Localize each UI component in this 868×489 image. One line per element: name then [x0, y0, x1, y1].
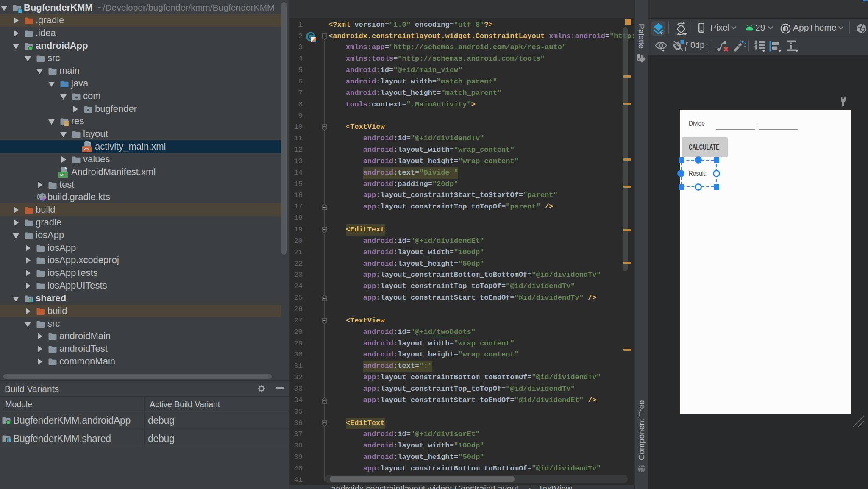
- svg-text:MF: MF: [60, 172, 66, 177]
- svg-text:<>: <>: [84, 147, 89, 152]
